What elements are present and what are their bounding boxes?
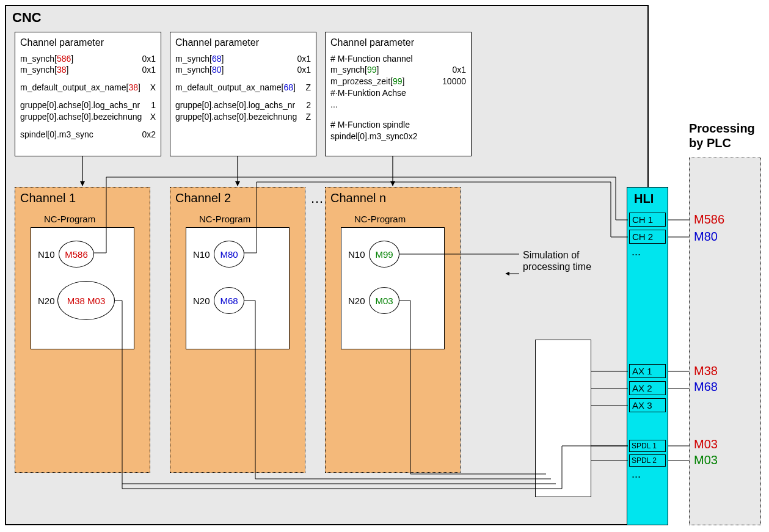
hli-ax3: AX 3 xyxy=(629,398,666,412)
hli-ax1: AX 1 xyxy=(629,364,666,378)
plc-title: Processingby PLC xyxy=(689,121,755,150)
param3-title: Channel parameter xyxy=(330,36,466,49)
n20-1: N20 xyxy=(38,296,55,306)
ncn-title: NC-Program xyxy=(354,214,406,224)
multiplex-box xyxy=(535,340,591,497)
hli-spdl1: SPDL 1 xyxy=(629,440,666,452)
m38m03-circle: M38 M03 xyxy=(57,281,115,320)
m99-circle: M99 xyxy=(369,241,399,268)
hli-ch2: CH 2 xyxy=(629,230,666,244)
out-m68: M68 xyxy=(694,380,718,394)
m68-circle: M68 xyxy=(214,287,244,314)
out-m80: M80 xyxy=(694,230,718,244)
n20-2: N20 xyxy=(193,296,210,306)
channel-ellipsis: … xyxy=(310,191,324,206)
out-m03a: M03 xyxy=(694,437,718,451)
channel-2-title: Channel 2 xyxy=(175,191,231,205)
hli-dots-2: ... xyxy=(632,468,641,481)
out-m03b: M03 xyxy=(694,453,718,467)
diagram-canvas: Processingby PLC CNC Channel parameter m… xyxy=(0,0,769,532)
hli-spdl2: SPDL 2 xyxy=(629,454,666,467)
hli-title: HLI xyxy=(634,192,654,206)
nc2-title: NC-Program xyxy=(199,214,250,224)
simulation-text: Simulation ofprocessing time xyxy=(523,249,591,272)
cnc-title: CNC xyxy=(12,10,42,26)
channel-1-title: Channel 1 xyxy=(20,191,76,205)
out-m38: M38 xyxy=(694,364,718,378)
param-box-2: Channel parameter m_synch[68]0x1 m_synch… xyxy=(170,32,316,156)
m03-circle: M03 xyxy=(369,287,399,314)
hli-dots-1: ... xyxy=(632,246,641,258)
param2-title: Channel parameter xyxy=(175,36,311,49)
param-box-3: Channel parameter # M-Function channel m… xyxy=(325,32,472,156)
hli-ax2: AX 2 xyxy=(629,381,666,395)
n10-1: N10 xyxy=(38,249,55,260)
m80-circle: M80 xyxy=(214,241,244,268)
n20-n: N20 xyxy=(348,296,365,306)
out-m586: M586 xyxy=(694,213,724,227)
m586-circle: M586 xyxy=(59,241,94,268)
n10-n: N10 xyxy=(348,249,365,260)
n10-2: N10 xyxy=(193,249,210,260)
channel-n-title: Channel n xyxy=(330,191,386,205)
param1-title: Channel parameter xyxy=(20,36,156,49)
hli-ch1: CH 1 xyxy=(629,213,666,227)
nc1-title: NC-Program xyxy=(44,214,95,224)
param-box-1: Channel parameter m_synch[586]0x1 m_sync… xyxy=(15,32,161,156)
